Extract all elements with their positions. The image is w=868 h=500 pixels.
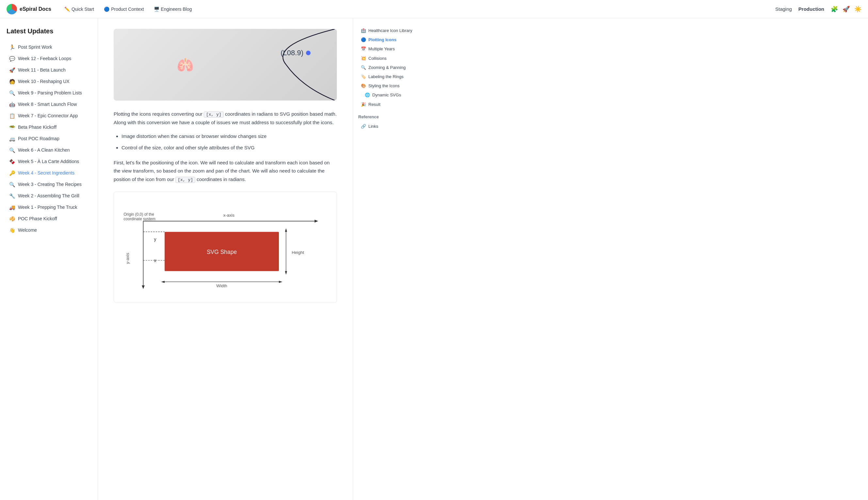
sidebar-right: 🏥Healthcare Icon Library🔵Plotting Icons📅… [353, 18, 424, 500]
sidebar-item[interactable]: 🏃Post Sprint Work [7, 42, 91, 53]
nav-product-context[interactable]: 🔵 Product Context [100, 4, 148, 14]
chart-curve-svg [203, 29, 337, 100]
sidebar-item-icon: 🔍 [9, 147, 15, 154]
sidebar-item-icon: 💬 [9, 55, 15, 62]
sidebar-item[interactable]: 🥗Beta Phase Kickoff [7, 122, 91, 133]
sidebar-item-icon: 📋 [9, 112, 15, 119]
toc-item-label: Links [368, 124, 378, 129]
sidebar-item[interactable]: 🚀Week 11 - Beta Launch [7, 64, 91, 76]
sidebar-item[interactable]: 🚚Week 1 - Prepping The Truck [7, 202, 91, 213]
product-context-icon: 🔵 [104, 7, 109, 12]
sidebar-item-icon: 🏃 [9, 44, 15, 51]
svg-text:y-axis: y-axis [125, 253, 130, 264]
sidebar-left: Latest Updates 🏃Post Sprint Work💬Week 12… [0, 18, 98, 500]
paragraph-2: First, let's fix the positioning of the … [114, 159, 337, 184]
sidebar-item[interactable]: 📋Week 7 - Epic Connector App [7, 110, 91, 122]
toc-item-label: Healthcare Icon Library [368, 28, 412, 34]
svg-text:coordinate system: coordinate system [124, 217, 155, 221]
sidebar-item[interactable]: 🔍Week 6 - A Clean Kitchen [7, 145, 91, 156]
sidebar-item-label: Week 3 - Creating The Recipes [18, 181, 82, 188]
toc-item[interactable]: 🏷️Labeling the Rings [358, 72, 419, 81]
sidebar-item[interactable]: 🔍Week 3 - Creating The Recipes [7, 179, 91, 190]
toc-item-icon: 🏥 [361, 28, 366, 34]
sidebar-item[interactable]: 🔍Week 9 - Parsing Problem Lists [7, 87, 91, 99]
production-env[interactable]: Production [798, 6, 824, 12]
svg-marker-20 [285, 271, 288, 274]
toc-items-list: 🏥Healthcare Icon Library🔵Plotting Icons📅… [358, 26, 419, 131]
nav-right: Staging Production 🧩 🚀 ☀️ [775, 5, 861, 13]
toc-item-icon: 🎉 [361, 102, 366, 107]
toc-item[interactable]: 🎨Styling the Icons [358, 81, 419, 91]
hero-image: 🫁 (L08.9) [114, 29, 337, 101]
sidebar-item-label: Week 12 - Feeback Loops [18, 56, 71, 62]
sidebar-item[interactable]: 🍫Week 5 - À La Carte Additions [7, 156, 91, 167]
sidebar-item[interactable]: 🔧Week 2 - Assembling The Grill [7, 190, 91, 202]
svg-marker-3 [142, 285, 145, 289]
toc-item[interactable]: 🔵Plotting Icons [358, 35, 419, 44]
sidebar-item-icon: 🧑 [9, 78, 15, 85]
toc-item-label: Styling the Icons [368, 83, 399, 89]
sidebar-item[interactable]: 👋Welcome [7, 225, 91, 236]
logo-icon [7, 4, 17, 14]
sidebar-item-label: Week 8 - Smart Launch Flow [18, 101, 77, 108]
sidebar-item-label: Week 5 - À La Carte Additions [18, 159, 79, 165]
svg-marker-15 [161, 281, 165, 283]
content-body: Plotting the icons requires converting o… [114, 110, 337, 303]
sidebar-item-label: Welcome [18, 227, 37, 234]
sidebar-item[interactable]: 🥠POC Phase Kickoff [7, 213, 91, 225]
nav-links: ✏️ Quick Start 🔵 Product Context 🖥️ Engi… [60, 4, 196, 14]
toc-item[interactable]: 🔍Zooming & Panning [358, 63, 419, 72]
sidebar-item-label: Beta Phase Kickoff [18, 124, 57, 131]
toc-item-label: Zooming & Panning [368, 65, 406, 71]
toc-item-icon: 🏷️ [361, 74, 366, 80]
toc-item-label: Labeling the Rings [368, 74, 403, 80]
sidebar-item-icon: 🔍 [9, 181, 15, 188]
toc-item-label: Collisions [368, 56, 387, 61]
svg-text:Height: Height [292, 250, 304, 255]
rocket-icon[interactable]: 🚀 [843, 5, 850, 13]
paragraph-1: Plotting the icons requires converting o… [114, 110, 337, 127]
sidebar-item-label: Week 9 - Parsing Problem Lists [18, 90, 82, 96]
sidebar-item-icon: 🍫 [9, 158, 15, 165]
svg-marker-1 [315, 219, 318, 223]
sidebar-item-icon: 🚐 [9, 135, 15, 142]
coordinate-diagram-svg: Origin (0,0) of the coordinate system x-… [122, 200, 329, 293]
quick-start-icon: ✏️ [64, 7, 70, 12]
sidebar-item-label: Week 10 - Reshaping UX [18, 78, 70, 85]
toc-item[interactable]: 🔗Links [358, 122, 419, 131]
toc-item-label: Plotting Icons [368, 37, 397, 43]
sidebar-item-icon: 🔧 [9, 193, 15, 199]
puzzle-icon[interactable]: 🧩 [831, 5, 838, 13]
sun-icon[interactable]: ☀️ [854, 5, 861, 13]
nav-engineers-blog[interactable]: 🖥️ Engineers Blog [150, 4, 196, 14]
toc-item-icon: 🎨 [361, 83, 366, 89]
coord-text: (L08.9) [281, 49, 303, 57]
toc-item-label: Result [368, 102, 380, 107]
toc-item[interactable]: 🌐Dynamic SVGs [358, 91, 419, 100]
staging-env[interactable]: Staging [775, 6, 792, 12]
bullet-item-2: Control of the size, color and other sty… [121, 144, 337, 152]
sidebar-item[interactable]: 🧑Week 10 - Reshaping UX [7, 76, 91, 87]
sidebar-item-label: Week 7 - Epic Connector App [18, 113, 78, 119]
sidebar-item[interactable]: 💬Week 12 - Feeback Loops [7, 53, 91, 64]
top-navigation: eSpiral Docs ✏️ Quick Start 🔵 Product Co… [0, 0, 868, 18]
toc-item-icon: 🌐 [365, 92, 370, 98]
svg-text:Origin (0,0) of the: Origin (0,0) of the [124, 212, 154, 217]
svg-text:SVG Shape: SVG Shape [207, 249, 237, 255]
toc-item[interactable]: 🏥Healthcare Icon Library [358, 26, 419, 35]
svg-marker-16 [279, 281, 282, 283]
sidebar-item-icon: 🤖 [9, 101, 15, 108]
toc-item[interactable]: 💥Collisions [358, 54, 419, 63]
sidebar-items-list: 🏃Post Sprint Work💬Week 12 - Feeback Loop… [7, 42, 91, 236]
toc-item[interactable]: 🎉Result [358, 100, 419, 109]
sidebar-item[interactable]: 🔑Week 4 - Secret Ingredients [7, 167, 91, 179]
sidebar-item[interactable]: 🚐Post POC Roadmap [7, 133, 91, 145]
sidebar-item[interactable]: 🤖Week 8 - Smart Launch Flow [7, 99, 91, 110]
toc-section-title: Reference [358, 114, 419, 119]
toc-item[interactable]: 📅Multiple Years [358, 44, 419, 54]
sidebar-item-label: Post POC Roadmap [18, 136, 59, 142]
nav-quick-start[interactable]: ✏️ Quick Start [60, 4, 98, 14]
app-logo[interactable]: eSpiral Docs [7, 4, 51, 14]
sidebar-item-icon: 🔍 [9, 90, 15, 96]
sidebar-item-label: Week 1 - Prepping The Truck [18, 204, 78, 211]
